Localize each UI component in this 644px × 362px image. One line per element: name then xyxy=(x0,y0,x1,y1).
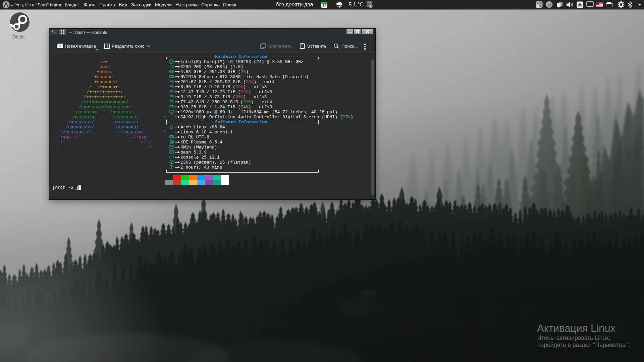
svg-text:−: − xyxy=(370,1,371,4)
svg-text:=: = xyxy=(370,5,371,7)
svg-text:×: × xyxy=(367,4,369,6)
svg-text:12: 12 xyxy=(322,4,326,8)
svg-text:7: 7 xyxy=(549,3,551,7)
